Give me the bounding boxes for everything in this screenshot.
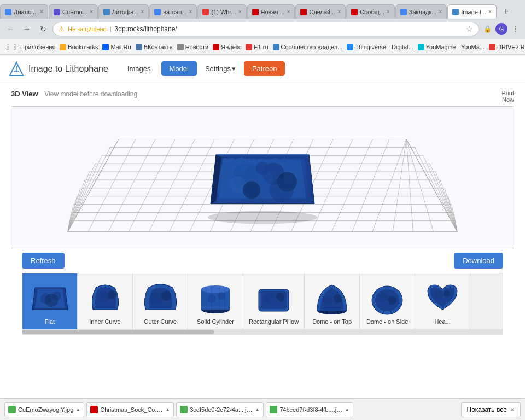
thumb-dome-top-label: Dome - on Top [312, 318, 352, 325]
bookmark-community[interactable]: Сообщество владел... [273, 44, 343, 50]
profile-icon[interactable]: G [495, 23, 508, 35]
svg-point-101 [382, 300, 390, 308]
svg-point-78 [161, 291, 171, 301]
thumb-outer-curve[interactable]: Outer Curve [133, 273, 188, 329]
bookmark-news[interactable]: Новости [177, 44, 209, 50]
app-nav-tabs: Images Model Settings ▾ Patreon [119, 61, 285, 76]
thumb-outer-curve-canvas [138, 278, 182, 316]
bookmark-thingiverse[interactable]: Thingiverse - Digital... [347, 44, 413, 50]
download-item-christmas[interactable]: Christmas_Sock_Co....zip ▲ [86, 402, 174, 417]
app-logo: Image to Lithophane [9, 61, 108, 77]
svg-point-65 [270, 178, 294, 202]
section-3d-subtitle: View model before downloading [44, 90, 137, 98]
star-icon[interactable]: ☆ [466, 25, 473, 33]
bookmark-vk[interactable]: ВКонтакте [136, 44, 173, 50]
address-bar-row: ← → ↻ ⚠ Не защищено | 3dp.rocks/lithopha… [0, 19, 525, 39]
thumb-heart-label: Hea... [434, 318, 450, 325]
download-arrow-icon[interactable]: ▲ [75, 407, 80, 412]
thumb-dome-top[interactable]: Dome - on Top [305, 273, 360, 329]
download-button[interactable]: Download [454, 253, 503, 269]
settings-tab[interactable]: Settings ▾ [199, 61, 242, 76]
thumb-heart-canvas [421, 278, 464, 316]
forward-button[interactable]: → [20, 22, 34, 36]
back-button[interactable]: ← [3, 22, 18, 36]
tab-bar: Диалог... × CuEmo... × Литофа... × ватса… [0, 0, 525, 19]
thumb-dome-side[interactable]: Dome - on Side [360, 273, 415, 329]
url-text: 3dp.rocks/lithophane/ [115, 25, 177, 33]
tab-soobsh[interactable]: Сообщ... × [346, 4, 395, 19]
tab-zakladk[interactable]: Закладк... × [395, 4, 447, 19]
thumb-dome-side-canvas [365, 278, 409, 316]
images-tab[interactable]: Images [119, 61, 159, 76]
refresh-button[interactable]: Refresh [22, 253, 65, 269]
thumb-dome-top-canvas [310, 278, 354, 316]
thumb-dome-side-label: Dome - on Side [366, 318, 408, 325]
svg-point-103 [444, 290, 450, 297]
tab-sdelay[interactable]: Сделай... × [295, 4, 346, 19]
reload-button[interactable]: ↻ [36, 22, 50, 36]
download-file-icon [270, 406, 277, 413]
svg-point-75 [98, 291, 109, 302]
more-options-icon[interactable]: ⋮ [510, 23, 522, 35]
thumb-rect-pillow[interactable]: Rectangular Pillow [243, 273, 305, 329]
close-downloads-icon[interactable]: × [510, 405, 515, 414]
download-arrow-icon[interactable]: ▲ [255, 407, 260, 412]
download-arrow-icon[interactable]: ▲ [165, 407, 170, 412]
tab-icon [154, 9, 161, 15]
thumb-solid-cylinder[interactable]: Solid Cylinder [188, 273, 243, 329]
bookmark-icon [418, 44, 424, 50]
thumb-flat[interactable]: Flat [22, 273, 78, 329]
downloads-bar: CuEmoZwayoglY.jpg ▲ Christmas_Sock_Co...… [0, 398, 525, 420]
download-arrow-icon[interactable]: ▲ [345, 407, 349, 412]
tab-icon [452, 9, 459, 15]
tab-cuemo[interactable]: CuEmo... × [49, 4, 98, 19]
svg-point-96 [334, 294, 342, 303]
bookmark-icon [213, 44, 219, 50]
logo-icon [9, 61, 24, 77]
tab-whr[interactable]: (1) Whr... × [197, 4, 246, 19]
bookmark-e1[interactable]: E1.ru [246, 44, 268, 50]
tab-icon [252, 9, 259, 15]
tab-image-to[interactable]: Image t... × [447, 4, 497, 19]
download-item-3cdf[interactable]: 3cdf5de0-2c72-4a....jpg ▲ [176, 402, 264, 417]
3d-canvas[interactable] [11, 106, 514, 248]
separator: | [110, 26, 112, 32]
scrollbar-track[interactable] [22, 329, 503, 335]
bookmark-youmagine[interactable]: YouMagine - YouMa... [418, 44, 485, 50]
bookmark-bookmarks[interactable]: Bookmarks [60, 44, 98, 50]
thumb-inner-curve[interactable]: Inner Curve [78, 273, 133, 329]
patreon-tab[interactable]: Patreon [244, 61, 285, 76]
page-content: Image to Lithophane Images Model Setting… [0, 55, 525, 398]
tab-icon [400, 9, 407, 15]
scrollbar-thumb[interactable] [22, 330, 214, 334]
section-3d-title: 3D View [11, 90, 38, 98]
svg-point-54 [208, 211, 317, 224]
svg-point-93 [269, 296, 279, 306]
tab-icon [300, 9, 307, 15]
chevron-down-icon: ▾ [232, 65, 236, 73]
show-all-downloads-button[interactable]: Показать все × [461, 402, 521, 417]
extensions-icon[interactable]: 🔒 [481, 23, 493, 35]
thumbnails-strip[interactable]: Flat Inner Curve [22, 273, 503, 330]
bookmark-apps[interactable]: ⋮⋮ Приложения [4, 43, 55, 51]
tab-novaya[interactable]: Новая ... × [247, 4, 295, 19]
new-tab-button[interactable]: + [498, 4, 514, 19]
print-now-button[interactable]: Print Now [501, 90, 514, 103]
download-item-cuemo[interactable]: CuEmoZwayoglY.jpg ▲ [4, 402, 84, 417]
section-title-group: 3D View View model before downloading [11, 90, 137, 98]
tab-icon [103, 9, 110, 15]
bookmark-mailru[interactable]: Mail.Ru [102, 44, 131, 50]
download-item-74bc[interactable]: 74bced7f-d3f8-4fb....jpg ▲ [266, 402, 353, 417]
bookmark-yandex[interactable]: Яндекс [213, 44, 241, 50]
tab-dialogs[interactable]: Диалог... × [0, 4, 48, 19]
tab-lithofa[interactable]: Литофа... × [98, 4, 149, 19]
model-tab[interactable]: Model [161, 61, 197, 76]
address-bar[interactable]: ⚠ Не защищено | 3dp.rocks/lithophane/ ☆ [52, 22, 479, 36]
section-title-row: 3D View View model before downloading Pr… [11, 90, 514, 103]
tab-vatsap[interactable]: ватсап... × [149, 4, 197, 19]
svg-point-77 [150, 292, 163, 305]
bookmark-drive2[interactable]: DRIVE2.RU [489, 44, 525, 50]
browser-chrome: Диалог... × CuEmo... × Литофа... × ватса… [0, 0, 525, 55]
svg-point-95 [323, 295, 333, 305]
thumb-heart[interactable]: Hea... [415, 273, 470, 329]
